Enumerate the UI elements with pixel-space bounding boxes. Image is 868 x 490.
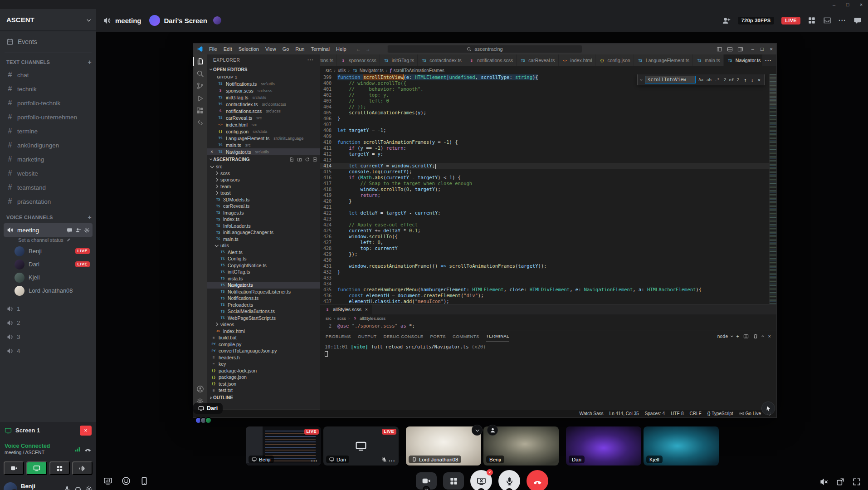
inbox-icon[interactable] <box>823 16 831 24</box>
text-channel-portfolio-technik[interactable]: #portfolio-technik <box>4 96 93 110</box>
activities-button[interactable] <box>49 461 70 475</box>
tree-item-key: ≡key <box>207 361 320 368</box>
tree-item-Images.ts: TSImages.ts <box>207 210 320 216</box>
file-icon: TS <box>215 197 221 201</box>
split-editor: S allStyles.scss × src›scss›SallStyles.s… <box>320 304 776 330</box>
settings-button[interactable] <box>85 485 93 490</box>
grid-icon[interactable] <box>808 16 816 24</box>
editor-tab-contactIndex.ts: TScontactIndex.ts <box>418 54 465 66</box>
deafen-button[interactable] <box>74 485 82 490</box>
status-typescript: {}TypeScript <box>707 411 733 416</box>
window-minimize-button[interactable]: – <box>827 0 841 9</box>
collapse-tiles-button[interactable] <box>472 425 483 436</box>
toggle-sidebar-icon <box>717 46 722 52</box>
find-previous-icon: ↑ <box>743 77 747 83</box>
file-icon: PY <box>210 349 217 353</box>
open-chat-icon[interactable] <box>67 227 73 233</box>
user-panel[interactable]: Benji Online <box>0 477 96 490</box>
avatar <box>15 286 24 296</box>
text-channel-termine[interactable]: #termine <box>4 124 93 138</box>
vscode-logo <box>197 46 203 52</box>
text-channel-technik[interactable]: #technik <box>4 82 93 96</box>
more-options-icon[interactable]: ··· <box>839 17 846 24</box>
file-icon: TS <box>219 289 226 294</box>
voice-channel-4[interactable]: 4 <box>4 344 93 358</box>
open-editor-sponsor.scss: ×Ssponsor.scsssrc\scss <box>207 87 320 94</box>
panel-tab-output: OUTPUT <box>358 330 376 342</box>
chevron-right-icon <box>215 191 218 195</box>
participant-tile[interactable]: LIVEDari··· <box>323 426 399 466</box>
vscode-maximize: □ <box>761 46 764 52</box>
chat-toggle-icon[interactable] <box>853 16 862 24</box>
stream-title[interactable]: Dari's Screen <box>164 17 207 24</box>
menu-go: Go <box>279 46 293 52</box>
text-channel-website[interactable]: #website <box>4 167 93 180</box>
mute-button[interactable] <box>63 485 71 490</box>
window-maximize-button[interactable]: □ <box>841 0 854 9</box>
voice-member[interactable]: BenjiLIVE <box>12 245 93 258</box>
window-close-button[interactable]: × <box>854 0 868 9</box>
pointer-indicator <box>761 402 775 415</box>
share-screen-button[interactable] <box>26 461 47 475</box>
voice-member[interactable]: Lord Jonathan08 <box>12 284 93 297</box>
events-item[interactable]: Events <box>4 34 93 49</box>
text-channel-marketing[interactable]: #marketing <box>4 152 93 166</box>
code-line-434: 434 <box>320 281 769 287</box>
participant-tile[interactable]: Dari <box>566 426 641 466</box>
fullscreen-button[interactable] <box>853 477 861 486</box>
tile-more-button[interactable]: ··· <box>311 458 318 464</box>
create-channel-icon[interactable]: + <box>88 214 92 221</box>
activities-button[interactable] <box>443 472 464 490</box>
channel-status[interactable]: Set a channel status <box>18 237 93 243</box>
disconnect-button[interactable] <box>527 470 548 490</box>
camera-button[interactable] <box>4 461 24 475</box>
create-channel-icon[interactable]: + <box>88 59 92 66</box>
stop-sharing-button[interactable]: × <box>80 426 92 436</box>
file-icon: TS <box>219 257 226 261</box>
soundboard-button[interactable] <box>72 461 93 475</box>
editor-tabbar: TStons.tsSsponsor.scssTSinitGTag.tsTScon… <box>320 54 776 66</box>
voice-channel-2[interactable]: 2 <box>4 316 93 329</box>
text-channel-teamstand[interactable]: #teamstand <box>4 181 93 194</box>
show-members-button[interactable] <box>487 425 498 436</box>
channel-settings-icon[interactable] <box>84 227 90 233</box>
invite-icon[interactable] <box>75 227 81 233</box>
voice-member[interactable]: DariLIVE <box>12 258 93 271</box>
tree-item-team: team <box>207 183 320 190</box>
stop-streaming-button[interactable]: × <box>470 470 492 490</box>
microphone-button[interactable] <box>498 470 520 490</box>
tree-item-NotificationRequestListener.ts: TSNotificationRequestListener.ts <box>207 289 320 295</box>
speaker-icon <box>6 333 13 340</box>
mic-options-chevron[interactable] <box>506 488 513 490</box>
editor-tab-sponsor.scss: Ssponsor.scss <box>337 54 380 66</box>
server-header[interactable]: ASCENT <box>0 9 96 31</box>
editor-tab-allstyles: S allStyles.scss × <box>320 304 372 314</box>
tile-more-button[interactable]: ··· <box>389 458 395 464</box>
explorer-title: EXPLORER <box>213 58 240 63</box>
participant-tile[interactable]: Lord Jonathan08 <box>406 426 481 466</box>
voice-channel-3[interactable]: 3 <box>4 330 93 343</box>
add-people-icon[interactable] <box>722 16 731 25</box>
text-channel-portfolio-unternehmen[interactable]: #portfolio-unternehmen <box>4 110 93 124</box>
camera-button[interactable] <box>416 472 437 490</box>
participant-tile[interactable]: LIVEBenji··· <box>246 426 321 466</box>
code-line-425: 425 currentY += deltaY * 0.1; <box>320 228 769 234</box>
find-next-icon: ↓ <box>750 77 754 83</box>
participant-tile[interactable]: Kjell <box>644 426 719 466</box>
voice-member[interactable]: Kjell <box>12 271 93 284</box>
stream-options-chevron[interactable] <box>478 488 485 490</box>
voice-channel-1[interactable]: 1 <box>4 302 93 315</box>
tiles-row-controls <box>472 425 498 436</box>
mute-stream-button[interactable] <box>819 477 828 486</box>
disconnect-icon[interactable] <box>84 446 92 453</box>
voice-channels-header[interactable]: VOICE CHANNELS + <box>0 212 96 223</box>
stream-video[interactable]: FileEditSelectionViewGoRunTerminalHelp ←… <box>96 32 868 490</box>
text-channel-ankündigungen[interactable]: #ankündigungen <box>4 138 93 152</box>
text-channel-chat[interactable]: #chat <box>4 68 93 82</box>
text-channels-header[interactable]: TEXT CHANNELS + <box>0 57 96 68</box>
open-editor-carReveal.ts: ×TScarReveal.tssrc <box>207 114 320 121</box>
voice-channel-meeting[interactable]: meeting <box>4 223 93 237</box>
popout-button[interactable] <box>836 477 844 486</box>
camera-options-chevron[interactable] <box>423 486 430 490</box>
text-channel-präsentation[interactable]: #präsentation <box>4 195 93 208</box>
